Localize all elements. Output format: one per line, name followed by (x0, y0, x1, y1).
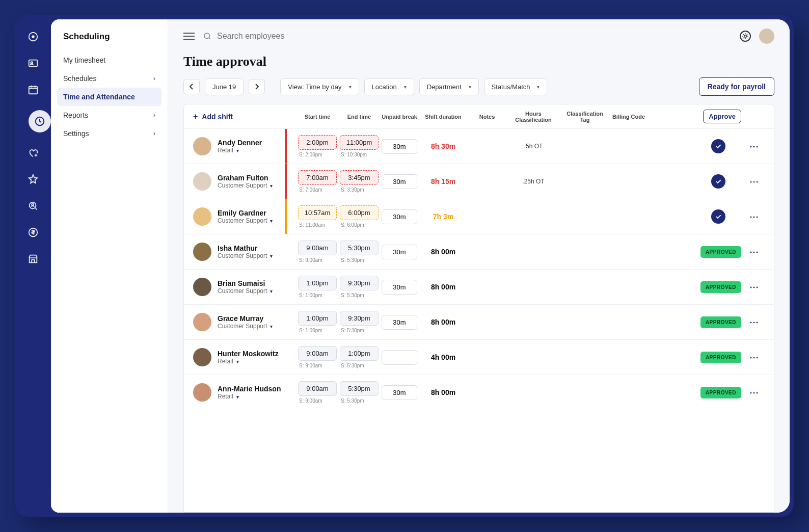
department-select[interactable]: Retail▾ (218, 393, 281, 400)
sidenav-item-label: My timesheet (63, 56, 105, 64)
sidenav-item[interactable]: My timesheet (57, 51, 161, 69)
break-input[interactable]: 30m (382, 245, 417, 259)
view-dropdown[interactable]: View: Time by day▾ (280, 78, 359, 95)
table-row: Hunter MoskowitzRetail▾9:00amS: 9:00am1:… (184, 340, 774, 375)
ready-for-payroll-button[interactable]: Ready for payroll (699, 77, 774, 96)
scheduled-start: S: 9:00am (298, 398, 337, 404)
dollar-icon[interactable] (27, 226, 39, 238)
menu-toggle[interactable] (183, 31, 195, 42)
start-time-input[interactable]: 10:57am (298, 205, 337, 220)
clock-icon[interactable] (29, 110, 51, 132)
calendar-icon[interactable] (27, 84, 39, 96)
department-select[interactable]: Customer Support▾ (218, 217, 273, 224)
department-select[interactable]: Customer Support▾ (218, 287, 273, 295)
id-card-icon[interactable] (27, 57, 39, 69)
chevron-right-icon: › (153, 112, 155, 119)
side-nav: Scheduling My timesheetSchedules›Time an… (51, 19, 168, 513)
start-time-input[interactable]: 1:00pm (298, 311, 337, 326)
employee-name: Graham Fulton (218, 174, 273, 182)
approve-button[interactable] (711, 139, 725, 153)
break-input[interactable]: 30m (382, 209, 417, 224)
sidenav-item[interactable]: Reports› (57, 106, 161, 124)
break-input[interactable]: 30m (382, 280, 417, 295)
start-time-input[interactable]: 9:00am (298, 346, 337, 361)
star-icon[interactable] (27, 173, 39, 185)
row-more-button[interactable]: ⋯ (744, 281, 765, 292)
row-more-button[interactable]: ⋯ (744, 352, 765, 363)
table-row: Brian SumaisiCustomer Support▾1:00pmS: 1… (184, 270, 774, 305)
person-search-icon[interactable] (27, 200, 39, 212)
row-more-button[interactable]: ⋯ (744, 211, 765, 222)
employee-name: Ann-Marie Hudson (218, 385, 281, 393)
department-select[interactable]: Customer Support▾ (218, 252, 273, 259)
end-time-input[interactable]: 3:45pm (340, 170, 379, 185)
date-next-button[interactable] (249, 79, 265, 94)
status-dropdown[interactable]: Status/Match▾ (484, 78, 548, 95)
department-select[interactable]: Customer Support▾ (218, 182, 273, 189)
scheduled-start: S: 7:00am (298, 187, 337, 193)
chevron-down-icon: ▾ (236, 359, 239, 364)
heart-plus-icon[interactable] (27, 147, 39, 159)
employee-name: Hunter Moskowitz (218, 350, 279, 358)
col-notes: Notes (469, 114, 505, 120)
search-input[interactable] (217, 32, 370, 41)
chevron-down-icon: ▾ (404, 84, 407, 90)
row-more-button[interactable]: ⋯ (744, 387, 765, 398)
approve-button[interactable] (711, 209, 725, 224)
scheduled-end: S: 5:30pm (340, 292, 379, 298)
start-time-input[interactable]: 9:00am (298, 381, 337, 396)
sidenav-item[interactable]: Schedules› (57, 69, 161, 88)
table-row: Andy DennerRetail▾2:00pmS: 2:00pm11:00pm… (184, 129, 774, 164)
svg-point-3 (31, 62, 33, 64)
store-icon[interactable] (27, 253, 39, 265)
page-title: Time approval (183, 54, 774, 69)
row-more-button[interactable]: ⋯ (744, 246, 765, 257)
break-input[interactable]: 30m (382, 139, 417, 154)
start-time-input[interactable]: 7:00am (298, 170, 337, 185)
end-time-input[interactable]: 9:30pm (340, 311, 379, 326)
shift-duration: 7h 3m (420, 212, 466, 221)
row-more-button[interactable]: ⋯ (744, 316, 765, 328)
row-more-button[interactable]: ⋯ (744, 176, 765, 187)
end-time-input[interactable]: 5:30pm (340, 381, 379, 396)
table-row: Graham FultonCustomer Support▾7:00amS: 7… (184, 164, 774, 199)
department-dropdown[interactable]: Department▾ (419, 78, 479, 95)
end-time-input[interactable]: 6:00pm (340, 205, 379, 220)
department-select[interactable]: Retail▾ (218, 358, 279, 365)
add-shift-button[interactable]: +Add shift (193, 112, 295, 121)
start-time-input[interactable]: 2:00pm (298, 135, 337, 150)
scheduled-start: S: 9:00am (298, 257, 337, 263)
avatar (193, 313, 211, 331)
avatar (193, 278, 211, 296)
hours-classification: .5h OT (508, 143, 559, 150)
end-time-input[interactable]: 9:30pm (340, 276, 379, 290)
logo-icon[interactable] (27, 31, 39, 43)
approve-all-button[interactable]: Approve (703, 110, 741, 123)
user-avatar[interactable] (759, 29, 774, 44)
approve-button[interactable] (711, 174, 725, 189)
sidenav-item[interactable]: Settings› (57, 124, 161, 143)
sidenav-item[interactable]: Time and Attendance (57, 88, 161, 106)
break-input[interactable]: 30m (382, 174, 417, 189)
avatar (193, 172, 211, 191)
shift-duration: 8h 30m (420, 142, 466, 150)
date-label[interactable]: June 19 (205, 78, 244, 95)
break-input[interactable] (382, 350, 417, 365)
break-input[interactable]: 30m (382, 315, 417, 330)
start-time-input[interactable]: 1:00pm (298, 276, 337, 290)
location-dropdown[interactable]: Location▾ (364, 78, 414, 95)
table-row: Isha MathurCustomer Support▾9:00amS: 9:0… (184, 234, 774, 270)
end-time-input[interactable]: 5:30pm (340, 241, 379, 255)
date-prev-button[interactable] (183, 79, 200, 94)
department-select[interactable]: Customer Support▾ (218, 323, 273, 330)
end-time-input[interactable]: 11:00pm (340, 135, 379, 150)
chevron-right-icon: › (153, 130, 155, 137)
chevron-down-icon: ▾ (236, 394, 239, 400)
svg-rect-4 (29, 87, 38, 94)
help-icon[interactable] (740, 31, 751, 42)
end-time-input[interactable]: 1:00pm (340, 346, 379, 361)
break-input[interactable]: 30m (382, 385, 417, 400)
start-time-input[interactable]: 9:00am (298, 241, 337, 255)
department-select[interactable]: Retail▾ (218, 147, 262, 154)
row-more-button[interactable]: ⋯ (744, 141, 765, 152)
